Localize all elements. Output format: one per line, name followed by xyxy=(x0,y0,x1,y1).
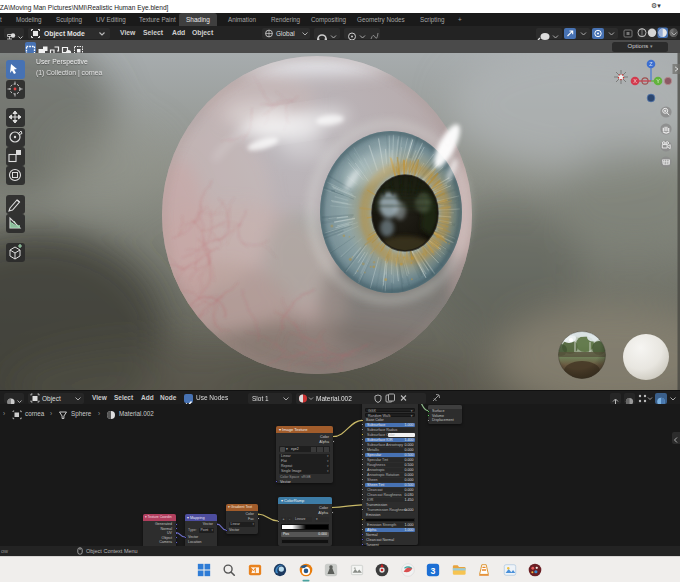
svg-text:3: 3 xyxy=(431,566,436,576)
svg-text:X: X xyxy=(633,78,637,84)
svg-text:Y: Y xyxy=(656,78,660,84)
